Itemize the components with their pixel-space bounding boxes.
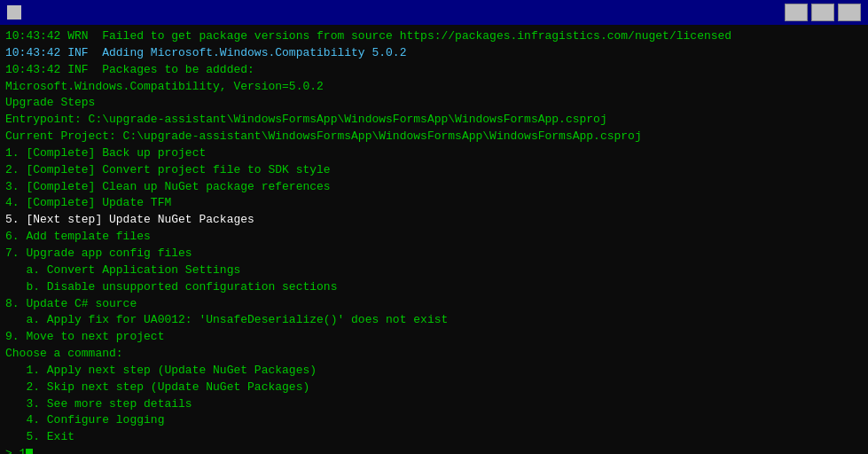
console-line: 10:43:42 INF Packages to be addded: xyxy=(5,62,863,79)
console-area: 10:43:42 WRN Failed to get package versi… xyxy=(0,25,868,454)
console-line: 4. [Complete] Update TFM xyxy=(5,195,863,212)
console-line: 5. [Next step] Update NuGet Packages xyxy=(5,212,863,229)
console-line: > 1 xyxy=(5,446,863,454)
console-line: 3. [Complete] Clean up NuGet package ref… xyxy=(5,179,863,196)
console-line: 9. Move to next project xyxy=(5,329,863,346)
console-line: Choose a command: xyxy=(5,346,863,363)
console-line: 10:43:42 INF Adding Microsoft.Windows.Co… xyxy=(5,45,863,62)
console-line: a. Apply fix for UA0012: 'UnsafeDeserial… xyxy=(5,312,863,329)
cursor-blink xyxy=(26,449,33,454)
console-line: 4. Configure logging xyxy=(5,412,863,429)
window: 10:43:42 WRN Failed to get package versi… xyxy=(0,0,868,454)
console-line: 5. Exit xyxy=(5,429,863,446)
console-line: Entrypoint: C:\upgrade-assistant\Windows… xyxy=(5,112,863,129)
console-line: 6. Add template files xyxy=(5,229,863,246)
console-line: 3. See more step details xyxy=(5,396,863,413)
console-line: Current Project: C:\upgrade-assistant\Wi… xyxy=(5,129,863,145)
console-line: 1. Apply next step (Update NuGet Package… xyxy=(5,363,863,380)
close-button[interactable] xyxy=(838,4,861,21)
console-line: 10:43:42 WRN Failed to get package versi… xyxy=(5,28,863,45)
minimize-button[interactable] xyxy=(785,4,808,21)
console-line: 2. Skip next step (Update NuGet Packages… xyxy=(5,380,863,396)
console-line: Upgrade Steps xyxy=(5,95,863,112)
title-bar-left xyxy=(7,5,28,20)
console-line: 2. [Complete] Convert project file to SD… xyxy=(5,162,863,179)
console-line: 7. Upgrade app config files xyxy=(5,246,863,262)
console-line: 8. Update C# source xyxy=(5,296,863,313)
console-line: Microsoft.Windows.Compatibility, Version… xyxy=(5,79,863,96)
console-line: b. Disable unsupported configuration sec… xyxy=(5,279,863,296)
title-bar xyxy=(0,0,868,25)
console-line: 1. [Complete] Back up project xyxy=(5,145,863,162)
maximize-button[interactable] xyxy=(811,4,834,21)
console-line-text: > 1 xyxy=(5,446,26,454)
cmd-icon xyxy=(7,5,21,20)
title-bar-buttons xyxy=(785,4,861,21)
console-line: a. Convert Application Settings xyxy=(5,262,863,279)
